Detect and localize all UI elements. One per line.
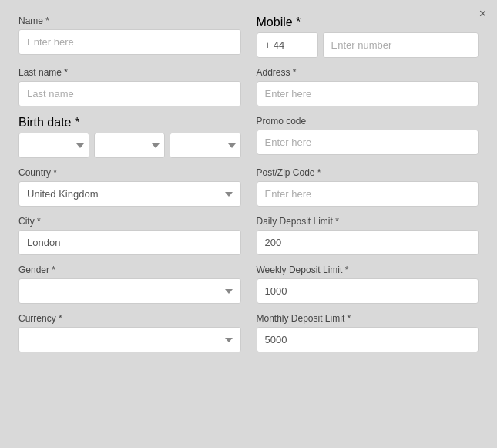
address-group: Address *	[257, 67, 479, 106]
monthly-deposit-label: Monthly Deposit Limit *	[257, 313, 479, 324]
birthdate-month-select[interactable]	[94, 133, 165, 158]
registration-dialog: × Name * Mobile * Last name * Address *	[0, 0, 497, 448]
mobile-label: Mobile *	[257, 15, 479, 29]
mobile-inputs	[257, 32, 479, 58]
promo-code-group: Promo code	[257, 116, 479, 158]
weekly-deposit-group: Weekly Deposit Limit *	[257, 264, 479, 304]
gender-label: Gender *	[18, 264, 241, 275]
birthdate-year-select[interactable]	[170, 133, 240, 158]
city-input[interactable]	[18, 230, 241, 255]
gender-group: Gender * Male Female Other	[18, 264, 241, 304]
currency-group: Currency * GBP USD EUR	[18, 313, 241, 352]
weekly-deposit-label: Weekly Deposit Limit *	[257, 264, 479, 275]
form-grid: Name * Mobile * Last name * Address * Bi…	[18, 15, 479, 352]
last-name-label: Last name *	[18, 67, 241, 78]
city-label: City *	[18, 216, 241, 227]
close-button[interactable]: ×	[479, 8, 486, 20]
promo-code-label: Promo code	[257, 116, 479, 126]
birthdate-inputs	[18, 133, 241, 158]
phone-number-input[interactable]	[323, 32, 479, 58]
last-name-input[interactable]	[18, 81, 241, 106]
currency-select[interactable]: GBP USD EUR	[18, 327, 241, 352]
birthdate-day-select[interactable]	[18, 133, 89, 158]
last-name-group: Last name *	[18, 67, 241, 106]
weekly-deposit-input[interactable]	[257, 278, 479, 304]
country-group: Country * United Kingdom United States G…	[18, 167, 241, 207]
daily-deposit-input[interactable]	[257, 230, 479, 255]
country-select[interactable]: United Kingdom United States Germany Fra…	[18, 181, 241, 207]
name-group: Name *	[18, 15, 241, 58]
currency-label: Currency *	[18, 313, 241, 324]
promo-code-input[interactable]	[257, 130, 479, 155]
city-group: City *	[18, 216, 241, 255]
country-label: Country *	[18, 167, 241, 178]
daily-deposit-group: Daily Deposit Limit *	[257, 216, 479, 255]
birthdate-group: Birth date *	[18, 116, 241, 158]
country-code-input[interactable]	[257, 32, 318, 58]
gender-select[interactable]: Male Female Other	[18, 278, 241, 304]
birthdate-label: Birth date *	[18, 116, 241, 130]
address-input[interactable]	[257, 81, 479, 106]
post-zip-group: Post/Zip Code *	[257, 167, 479, 207]
monthly-deposit-input[interactable]	[257, 327, 479, 352]
address-label: Address *	[257, 67, 479, 78]
monthly-deposit-group: Monthly Deposit Limit *	[257, 313, 479, 352]
name-input[interactable]	[18, 29, 241, 55]
name-label: Name *	[18, 15, 241, 26]
daily-deposit-label: Daily Deposit Limit *	[257, 216, 479, 227]
post-zip-label: Post/Zip Code *	[257, 167, 479, 178]
post-zip-input[interactable]	[257, 181, 479, 207]
mobile-group: Mobile *	[257, 15, 479, 58]
